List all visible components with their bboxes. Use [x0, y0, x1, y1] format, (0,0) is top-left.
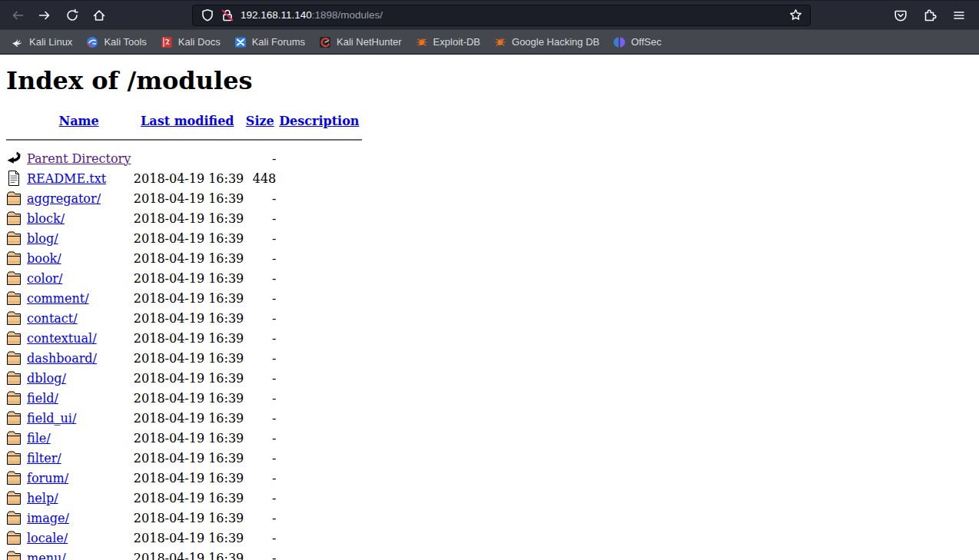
entry-modified: 2018-04-19 16:39: [131, 548, 244, 560]
entry-description: [276, 488, 362, 508]
entry-link[interactable]: contextual/: [27, 331, 97, 346]
bookmark-item[interactable]: Kali Forums: [227, 33, 312, 51]
bookmarks-toolbar: Kali Linux Kali Tools Kali Docs Kali For…: [0, 29, 979, 54]
pocket-button[interactable]: [888, 5, 913, 26]
home-button[interactable]: [87, 5, 111, 26]
forward-icon: [38, 8, 51, 22]
sort-by-size-link[interactable]: Size: [246, 114, 274, 128]
entry-link[interactable]: locale/: [27, 531, 68, 545]
table-row: Parent Directory -: [6, 148, 362, 168]
url-text[interactable]: 192.168.11.140:1898/modules/: [241, 9, 785, 21]
reload-icon: [65, 8, 79, 22]
bug-favicon-icon: [416, 36, 428, 48]
sort-by-name-link[interactable]: Name: [59, 114, 99, 128]
entry-description: [276, 148, 362, 168]
reload-button[interactable]: [60, 5, 84, 26]
entry-description: [276, 408, 362, 428]
entry-size: -: [244, 348, 276, 368]
bookmark-label: Google Hacking DB: [512, 36, 599, 48]
bookmark-item[interactable]: Kali NetHunter: [312, 33, 409, 51]
entry-modified: 2018-04-19 16:39: [131, 228, 244, 248]
header-divider-row: [6, 130, 362, 148]
entry-link[interactable]: block/: [27, 211, 65, 226]
entry-link[interactable]: contact/: [27, 311, 78, 326]
entry-description: [276, 428, 362, 448]
bookmark-item[interactable]: Google Hacking DB: [487, 33, 606, 51]
entry-link[interactable]: aggregator/: [27, 191, 101, 206]
bookmark-item[interactable]: Kali Tools: [79, 33, 153, 51]
forward-button[interactable]: [32, 5, 56, 26]
folder-icon: [6, 489, 22, 506]
entry-link[interactable]: README.txt: [27, 171, 106, 186]
entry-link[interactable]: book/: [27, 251, 61, 266]
entry-size: -: [244, 228, 276, 248]
entry-modified: 2018-04-19 16:39: [131, 188, 244, 208]
entry-link[interactable]: forum/: [27, 471, 68, 485]
table-row: field_ui/ 2018-04-19 16:39 -: [6, 408, 362, 428]
table-row: aggregator/ 2018-04-19 16:39 -: [6, 188, 362, 208]
folder-icon: [6, 250, 22, 267]
menu-button[interactable]: [947, 5, 971, 26]
folder-icon: [6, 469, 22, 486]
entry-link[interactable]: blog/: [27, 231, 58, 246]
folder-icon: [6, 230, 22, 247]
entry-link[interactable]: menu/: [27, 551, 66, 560]
entry-modified: 2018-04-19 16:39: [131, 408, 244, 428]
folder-icon: [6, 529, 22, 546]
entry-modified: 2018-04-19 16:39: [131, 368, 244, 388]
bookmark-item[interactable]: OffSec: [606, 33, 669, 51]
entry-link[interactable]: dashboard/: [27, 351, 97, 366]
table-row: locale/ 2018-04-19 16:39 -: [6, 528, 362, 548]
bookmark-star-button[interactable]: [785, 5, 805, 26]
table-row: block/ 2018-04-19 16:39 -: [6, 208, 362, 228]
bookmark-label: Kali Linux: [29, 36, 72, 48]
bookmark-item[interactable]: Kali Docs: [154, 33, 227, 51]
entry-description: [276, 328, 362, 348]
table-row: contact/ 2018-04-19 16:39 -: [6, 308, 362, 328]
entry-description: [276, 168, 362, 188]
folder-icon: [6, 310, 22, 326]
entry-description: [276, 308, 362, 328]
folder-icon: [6, 549, 22, 560]
entry-size: -: [244, 368, 276, 388]
url-host: 192.168.11.140: [241, 9, 312, 21]
url-bar[interactable]: 192.168.11.140:1898/modules/: [192, 5, 811, 26]
back-icon: [11, 8, 25, 22]
bookmark-item[interactable]: Exploit-DB: [409, 33, 487, 51]
entry-link[interactable]: field/: [27, 391, 58, 406]
entry-link[interactable]: image/: [27, 511, 69, 525]
tracking-protection-shield-icon[interactable]: [201, 8, 214, 22]
sort-by-description-link[interactable]: Description: [279, 114, 359, 128]
entry-link[interactable]: help/: [27, 491, 58, 505]
browser-chrome: 192.168.11.140:1898/modules/ Kali Linux …: [0, 0, 979, 55]
table-row: book/ 2018-04-19 16:39 -: [6, 248, 362, 268]
entry-link[interactable]: field_ui/: [27, 411, 76, 426]
entry-modified: [131, 148, 244, 168]
entry-link[interactable]: comment/: [27, 291, 89, 306]
table-row: help/ 2018-04-19 16:39 -: [6, 488, 362, 508]
entry-size: -: [244, 428, 276, 448]
folder-icon: [6, 290, 22, 307]
table-row: comment/ 2018-04-19 16:39 -: [6, 288, 362, 308]
entry-link[interactable]: dblog/: [27, 371, 66, 386]
entry-link[interactable]: Parent Directory: [27, 151, 131, 166]
kali-nethunter-favicon-icon: [319, 36, 331, 48]
insecure-lock-icon[interactable]: [221, 8, 234, 22]
entry-link[interactable]: filter/: [27, 451, 61, 466]
entry-modified: 2018-04-19 16:39: [131, 308, 244, 328]
entry-link[interactable]: file/: [27, 431, 51, 446]
extensions-button[interactable]: [918, 5, 942, 26]
back-button[interactable]: [5, 5, 29, 26]
entry-modified: 2018-04-19 16:39: [131, 348, 244, 368]
entry-modified: 2018-04-19 16:39: [131, 288, 244, 308]
entry-size: -: [244, 328, 276, 348]
entry-size: -: [244, 548, 276, 560]
entry-modified: 2018-04-19 16:39: [131, 528, 244, 548]
bookmark-item[interactable]: Kali Linux: [5, 33, 79, 51]
entry-size: -: [244, 508, 276, 528]
folder-icon: [6, 210, 22, 227]
entry-link[interactable]: color/: [27, 271, 62, 286]
sort-by-modified-link[interactable]: Last modified: [141, 114, 234, 128]
kali-forums-favicon-icon: [234, 36, 247, 48]
entry-description: [276, 348, 362, 368]
